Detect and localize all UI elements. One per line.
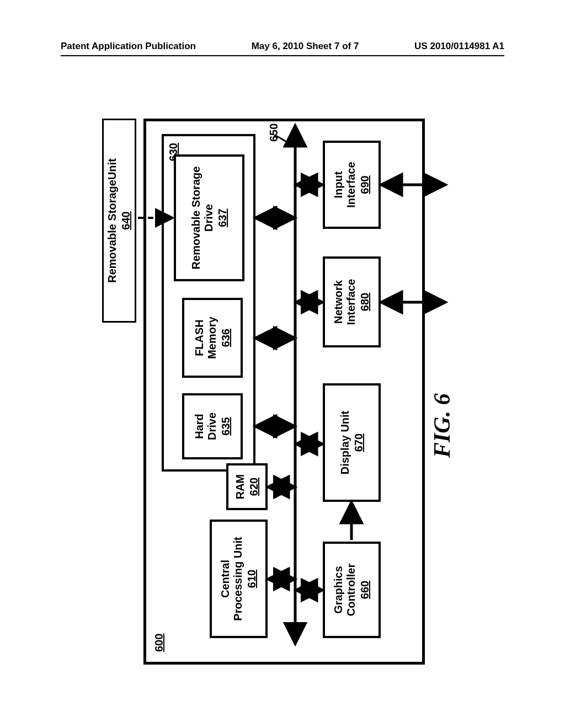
- header-right: US 2010/0114981 A1: [414, 41, 504, 52]
- header-left: Patent Application Publication: [61, 41, 196, 52]
- page-header: Patent Application Publication May 6, 20…: [61, 41, 504, 52]
- figure-panel: 600 Removable StorageUnit 640 630 HardDr…: [102, 108, 455, 665]
- header-rule: [61, 55, 504, 56]
- connectors: [102, 108, 455, 665]
- page: Patent Application Publication May 6, 20…: [0, 0, 565, 728]
- header-center: May 6, 2010 Sheet 7 of 7: [252, 41, 359, 52]
